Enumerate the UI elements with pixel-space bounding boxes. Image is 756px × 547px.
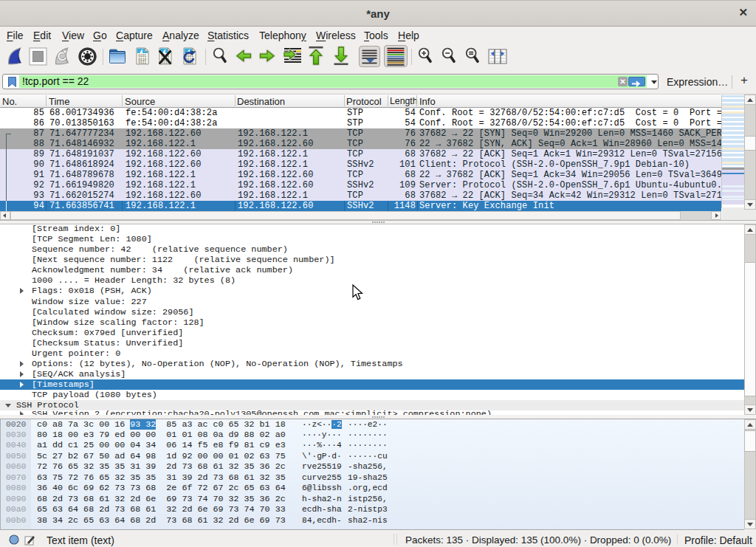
svg-text:0111: 0111 xyxy=(138,61,146,64)
